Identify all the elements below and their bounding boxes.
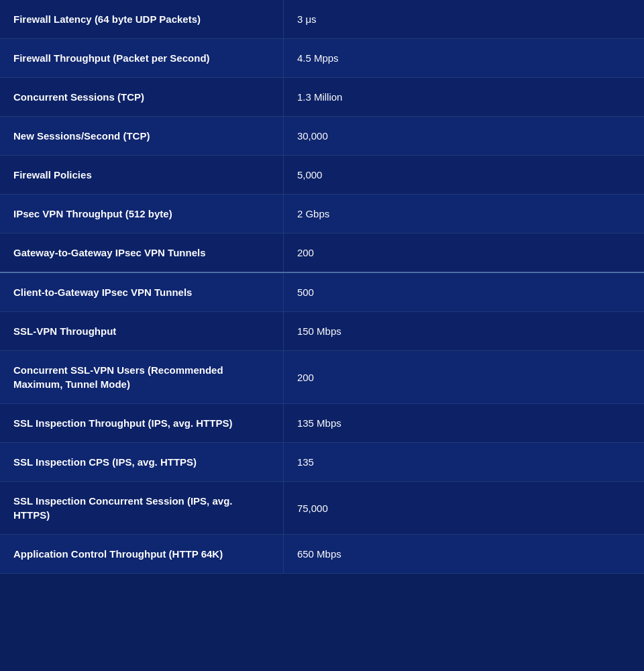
spec-label: Client-to-Gateway IPsec VPN Tunnels	[0, 272, 283, 312]
spec-value: 500	[283, 272, 644, 312]
spec-label: Concurrent SSL-VPN Users (Recommended Ma…	[0, 351, 283, 404]
spec-value: 1.3 Million	[283, 78, 644, 117]
spec-label: Firewall Latency (64 byte UDP Packets)	[0, 0, 283, 39]
spec-value: 4.5 Mpps	[283, 39, 644, 78]
spec-value: 2 Gbps	[283, 195, 644, 234]
spec-label: SSL Inspection CPS (IPS, avg. HTTPS)	[0, 443, 283, 482]
table-row: Firewall Throughput (Packet per Second)4…	[0, 39, 644, 78]
spec-value: 150 Mbps	[283, 312, 644, 351]
spec-label: Concurrent Sessions (TCP)	[0, 78, 283, 117]
table-row: SSL Inspection Concurrent Session (IPS, …	[0, 482, 644, 535]
spec-value: 135 Mbps	[283, 404, 644, 443]
spec-label: SSL Inspection Concurrent Session (IPS, …	[0, 482, 283, 535]
spec-value: 3 μs	[283, 0, 644, 39]
spec-value: 135	[283, 443, 644, 482]
spec-value: 200	[283, 234, 644, 273]
table-row: IPsec VPN Throughput (512 byte)2 Gbps	[0, 195, 644, 234]
table-row: New Sessions/Second (TCP)30,000	[0, 117, 644, 156]
spec-value: 5,000	[283, 156, 644, 195]
spec-label: Firewall Throughput (Packet per Second)	[0, 39, 283, 78]
table-row: SSL Inspection Throughput (IPS, avg. HTT…	[0, 404, 644, 443]
table-row: Concurrent SSL-VPN Users (Recommended Ma…	[0, 351, 644, 404]
spec-label: SSL Inspection Throughput (IPS, avg. HTT…	[0, 404, 283, 443]
table-row: SSL Inspection CPS (IPS, avg. HTTPS)135	[0, 443, 644, 482]
spec-label: IPsec VPN Throughput (512 byte)	[0, 195, 283, 234]
table-row: Client-to-Gateway IPsec VPN Tunnels500	[0, 272, 644, 312]
table-row: Firewall Policies5,000	[0, 156, 644, 195]
spec-value: 650 Mbps	[283, 535, 644, 574]
specs-table-container: Firewall Latency (64 byte UDP Packets)3 …	[0, 0, 644, 574]
spec-label: Gateway-to-Gateway IPsec VPN Tunnels	[0, 234, 283, 273]
table-row: Concurrent Sessions (TCP)1.3 Million	[0, 78, 644, 117]
spec-label: SSL-VPN Throughput	[0, 312, 283, 351]
spec-label: Application Control Throughput (HTTP 64K…	[0, 535, 283, 574]
spec-value: 75,000	[283, 482, 644, 535]
spec-value: 30,000	[283, 117, 644, 156]
table-row: SSL-VPN Throughput150 Mbps	[0, 312, 644, 351]
specs-table: Firewall Latency (64 byte UDP Packets)3 …	[0, 0, 644, 574]
table-row: Application Control Throughput (HTTP 64K…	[0, 535, 644, 574]
table-row: Firewall Latency (64 byte UDP Packets)3 …	[0, 0, 644, 39]
table-row: Gateway-to-Gateway IPsec VPN Tunnels200	[0, 234, 644, 273]
spec-label: New Sessions/Second (TCP)	[0, 117, 283, 156]
spec-label: Firewall Policies	[0, 156, 283, 195]
spec-value: 200	[283, 351, 644, 404]
